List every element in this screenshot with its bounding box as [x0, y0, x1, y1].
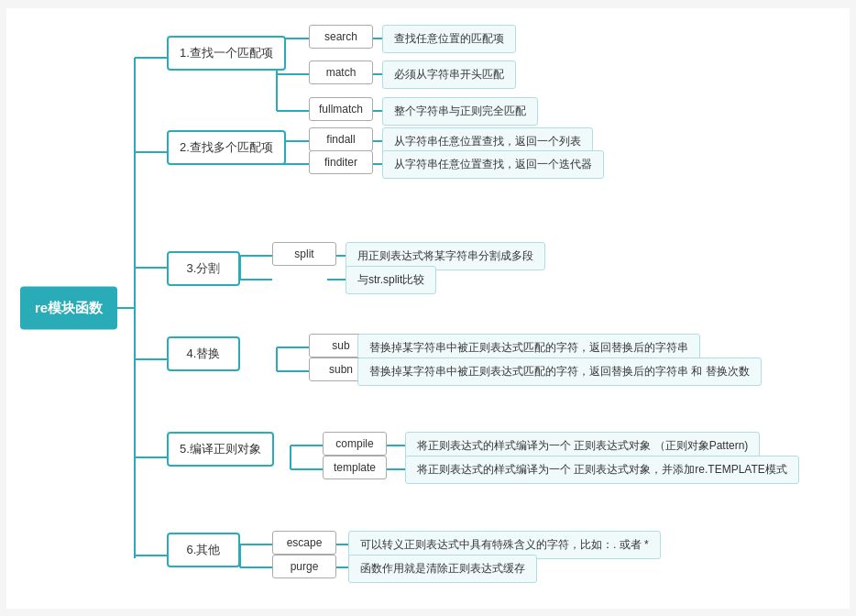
desc-split-2: 与str.split比较 — [346, 266, 436, 294]
desc-template: 将正则表达式的样式编译为一个 正则表达式对象，并添加re.TEMPLATE模式 — [405, 456, 799, 484]
l2-fullmatch: fullmatch — [309, 97, 373, 121]
desc-subn: 替换掉某字符串中被正则表达式匹配的字符，返回替换后的字符串 和 替换次数 — [357, 358, 762, 386]
cat2-box: 2.查找多个匹配项 — [167, 130, 286, 165]
desc-purge: 函数作用就是清除正则表达式缓存 — [348, 555, 537, 583]
l2-split: split — [272, 242, 336, 266]
l2-finditer: finditer — [309, 150, 373, 174]
cat3-box: 3.分割 — [167, 251, 240, 286]
l2-findall: findall — [309, 127, 373, 151]
cat1-box: 1.查找一个匹配项 — [167, 36, 286, 71]
l2-search: search — [309, 25, 373, 49]
l2-purge: purge — [272, 555, 336, 578]
cat4-box: 4.替换 — [167, 336, 240, 371]
l2-escape: escape — [272, 531, 336, 555]
desc-finditer: 从字符串任意位置查找，返回一个迭代器 — [382, 150, 604, 179]
root-node: re模块函数 — [20, 287, 117, 330]
l2-template: template — [323, 456, 387, 479]
desc-fullmatch: 整个字符串与正则完全匹配 — [382, 97, 538, 126]
l2-match: match — [309, 60, 373, 84]
cat5-box: 5.编译正则对象 — [167, 432, 274, 467]
desc-search: 查找任意位置的匹配项 — [382, 25, 516, 53]
desc-match: 必须从字符串开头匹配 — [382, 60, 516, 89]
diagram: re模块函数 1.查找一个匹配项 search 查找任意位置的匹配项 match… — [6, 8, 850, 609]
cat6-box: 6.其他 — [167, 533, 240, 567]
l2-compile: compile — [323, 432, 387, 456]
